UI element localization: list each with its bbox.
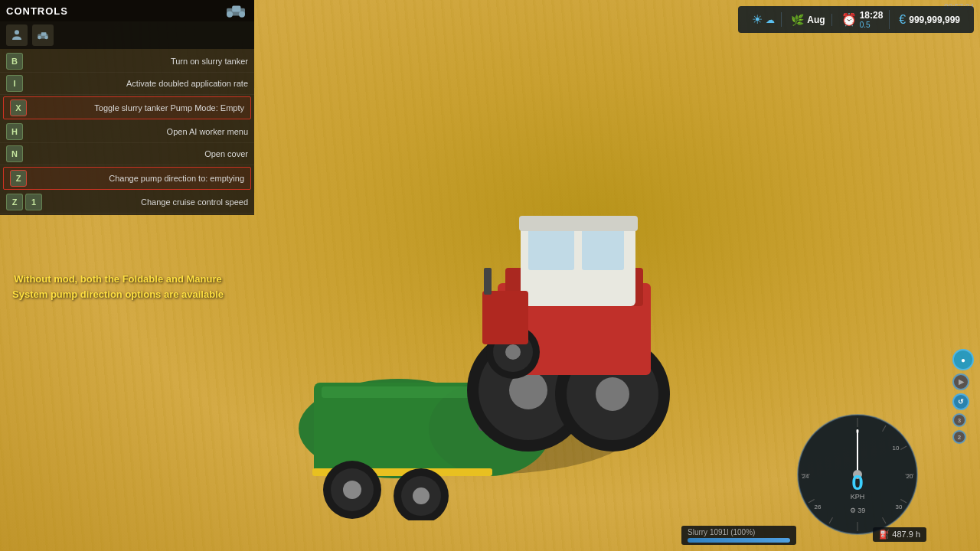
hud-time-sub: 0.5 xyxy=(860,21,884,29)
svg-text:20: 20 xyxy=(906,473,913,480)
svg-rect-38 xyxy=(41,32,47,36)
key-badges-ai-worker: H xyxy=(6,123,52,140)
label-pump-mode: Toggle slurry tanker Pump Mode: Empty xyxy=(62,103,244,112)
controls-header: CONTROLS xyxy=(0,0,254,21)
fuel-icon: ⛽ xyxy=(879,530,890,539)
control-row-cover: N Open cover xyxy=(0,143,254,165)
svg-text:0: 0 xyxy=(851,471,864,494)
right-hud-buttons: ● ▶ ↺ 3 2 xyxy=(952,349,974,444)
svg-text:10: 10 xyxy=(893,445,900,452)
leaf-icon: 🌿 xyxy=(791,14,804,26)
key-badges-pump-direction: Z xyxy=(10,170,56,187)
hours-display: ⛽ 487.9 h xyxy=(873,527,926,542)
clock-icon: ⏰ xyxy=(841,12,857,27)
hud-btn-4[interactable]: 3 xyxy=(952,413,966,427)
key-x: X xyxy=(10,99,27,116)
slurry-label: Slurry 1091l (100%) xyxy=(688,528,790,536)
key-badges-slurry-on: B xyxy=(6,53,52,70)
label-application: Activate doubled application rate xyxy=(58,79,248,88)
hud-time-group: 18:28 0.5 xyxy=(860,10,884,29)
controls-tabs xyxy=(0,21,254,49)
top-hud: ☀ ☁ 🌿 Aug ⏰ 18:28 0.5 € 999,999,999 xyxy=(738,6,974,33)
key-badges-application: I xyxy=(6,75,52,92)
svg-text:⚙ 39: ⚙ 39 xyxy=(850,507,866,514)
slurry-status-bar: Slurry 1091l (100%) xyxy=(681,526,796,545)
key-h: H xyxy=(6,123,23,140)
hud-season: 🌿 Aug xyxy=(785,14,831,26)
controls-title: CONTROLS xyxy=(6,5,68,17)
hours-value: 487.9 h xyxy=(892,530,920,539)
svg-text:KPH: KPH xyxy=(851,493,865,500)
key-badges-cover: N xyxy=(6,145,52,162)
control-row-pump-mode: X Toggle slurry tanker Pump Mode: Empty xyxy=(3,96,251,119)
cloud-icon: ☁ xyxy=(766,15,775,25)
control-row-cruise: Z 1 Change cruise control speed xyxy=(0,191,254,214)
tab-vehicle[interactable] xyxy=(32,24,54,46)
hud-month: Aug xyxy=(807,15,825,25)
controls-panel: CONTROLS B xyxy=(0,0,254,215)
key-badges-cruise: Z 1 xyxy=(6,194,52,210)
svg-text:24: 24 xyxy=(802,473,809,480)
hud-btn-5[interactable]: 2 xyxy=(952,430,966,444)
hud-time-section: ⏰ 18:28 0.5 xyxy=(835,10,890,29)
hud-btn-2[interactable]: ▶ xyxy=(952,373,969,390)
key-b: B xyxy=(6,53,23,70)
label-pump-direction: Change pump direction to: emptying xyxy=(62,174,244,183)
key-1: 1 xyxy=(25,194,42,210)
label-cruise: Change cruise control speed xyxy=(58,197,248,207)
hud-btn-1[interactable]: ● xyxy=(952,349,974,370)
slurry-fill-bar xyxy=(688,538,790,543)
key-z: Z xyxy=(10,170,27,187)
svg-rect-33 xyxy=(232,6,240,12)
label-cover: Open cover xyxy=(58,149,248,158)
key-n: N xyxy=(6,145,23,162)
euro-icon: € xyxy=(899,13,906,27)
control-row-application: I Activate doubled application rate xyxy=(0,73,254,95)
svg-text:26: 26 xyxy=(815,504,822,510)
key-i: I xyxy=(6,75,23,92)
svg-text:30: 30 xyxy=(896,504,903,510)
label-ai-worker: Open AI worker menu xyxy=(58,127,248,136)
control-row-pump-direction: Z Change pump direction to: emptying xyxy=(3,167,251,190)
hud-money-section: € 999,999,999 xyxy=(893,13,966,27)
sun-icon: ☀ xyxy=(752,12,763,27)
tab-player[interactable] xyxy=(6,24,28,46)
key-z2: Z xyxy=(6,194,23,210)
speedometer: 0 10 20 30 26 24 0 KPH ⚙ 39 xyxy=(796,413,934,536)
controls-list: B Turn on slurry tanker I Activate doubl… xyxy=(0,49,254,215)
annotation-text: Without mod, both the Foldable and Manur… xyxy=(11,272,225,302)
key-badges-pump-mode: X xyxy=(10,99,56,116)
hud-btn-3[interactable]: ↺ xyxy=(952,393,969,410)
svg-point-34 xyxy=(15,30,19,34)
control-row-slurry-on: B Turn on slurry tanker xyxy=(0,51,254,73)
hud-weather: ☀ ☁ xyxy=(746,12,782,27)
control-row-ai-worker: H Open AI worker menu xyxy=(0,121,254,143)
hud-money: 999,999,999 xyxy=(909,15,960,25)
vehicle-icon xyxy=(224,3,248,18)
label-slurry-on: Turn on slurry tanker xyxy=(58,57,248,66)
hud-time: 18:28 xyxy=(860,10,884,21)
